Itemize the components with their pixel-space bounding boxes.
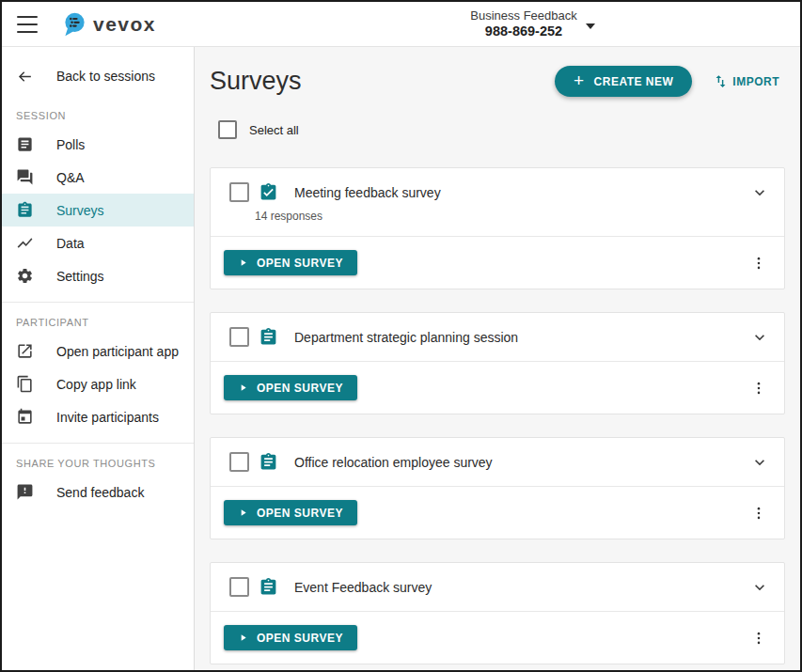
- top-header: vevox Business Feedback 988-869-252: [2, 2, 800, 47]
- open-survey-button[interactable]: OPEN SURVEY: [224, 250, 357, 275]
- copy-icon: [16, 375, 34, 393]
- section-label-participant: PARTICIPANT: [16, 317, 180, 328]
- session-dropdown-caret-icon[interactable]: [586, 23, 595, 29]
- survey-card: Meeting feedback survey 14 responses OPE…: [210, 167, 785, 289]
- sidebar-item-settings[interactable]: Settings: [2, 259, 194, 292]
- sidebar-item-label: Copy app link: [56, 377, 136, 392]
- open-survey-button[interactable]: OPEN SURVEY: [224, 625, 357, 650]
- kebab-menu-icon[interactable]: [747, 380, 771, 397]
- sidebar: Back to sessions SESSION Polls Q&A Surv: [2, 47, 195, 670]
- page-title: Surveys: [210, 67, 302, 96]
- app-body: Back to sessions SESSION Polls Q&A Surv: [2, 47, 800, 670]
- survey-checkbox[interactable]: [229, 182, 249, 202]
- survey-card-header: Event Feedback survey: [211, 563, 784, 611]
- kebab-menu-icon[interactable]: [747, 630, 771, 647]
- sidebar-item-label: Surveys: [56, 203, 104, 218]
- session-name: Business Feedback: [470, 8, 576, 23]
- sidebar-item-qa[interactable]: Q&A: [2, 161, 194, 194]
- sidebar-item-label: Q&A: [56, 170, 85, 185]
- survey-card: Department strategic planning session OP…: [210, 312, 785, 414]
- open-survey-button[interactable]: OPEN SURVEY: [224, 375, 357, 400]
- sidebar-divider: [2, 443, 194, 444]
- survey-title: Meeting feedback survey: [294, 185, 441, 200]
- open-survey-label: OPEN SURVEY: [257, 257, 343, 270]
- select-all-checkbox[interactable]: [218, 120, 237, 139]
- sidebar-item-label: Settings: [56, 269, 104, 284]
- back-to-sessions[interactable]: Back to sessions: [2, 56, 194, 96]
- play-icon: [238, 383, 248, 393]
- sidebar-item-send-feedback[interactable]: Send feedback: [2, 476, 194, 508]
- sidebar-item-invite-participants[interactable]: Invite participants: [2, 400, 194, 433]
- session-selector[interactable]: Business Feedback 988-869-252: [470, 8, 576, 39]
- import-arrows-icon: [713, 73, 729, 89]
- section-label-share: SHARE YOUR THOUGHTS: [16, 458, 180, 469]
- chevron-down-icon[interactable]: [750, 453, 769, 472]
- survey-clipboard-icon: [259, 327, 278, 347]
- survey-title: Office relocation employee survey: [294, 455, 493, 470]
- open-survey-label: OPEN SURVEY: [257, 507, 343, 520]
- survey-checkbox[interactable]: [229, 327, 249, 347]
- survey-card-footer: OPEN SURVEY: [211, 486, 784, 539]
- sidebar-item-data[interactable]: Data: [2, 227, 194, 259]
- sidebar-divider: [2, 302, 194, 303]
- sidebar-item-label: Polls: [56, 137, 85, 152]
- survey-clipboard-icon: [259, 577, 278, 597]
- import-button[interactable]: IMPORT: [707, 72, 785, 90]
- survey-checkbox[interactable]: [229, 452, 249, 472]
- sidebar-item-label: Send feedback: [56, 485, 144, 500]
- sidebar-item-open-participant-app[interactable]: Open participant app: [2, 335, 194, 367]
- survey-title: Event Feedback survey: [294, 580, 432, 595]
- data-chart-icon: [16, 234, 34, 252]
- kebab-menu-icon[interactable]: [747, 255, 771, 272]
- play-icon: [238, 508, 248, 518]
- survey-clipboard-icon: [259, 452, 278, 472]
- open-survey-label: OPEN SURVEY: [257, 632, 343, 645]
- calendar-invite-icon: [16, 408, 34, 426]
- sidebar-item-label: Open participant app: [56, 344, 179, 359]
- plus-icon: +: [574, 71, 585, 89]
- survey-responses-count: 14 responses: [255, 210, 769, 223]
- kebab-menu-icon[interactable]: [747, 505, 771, 522]
- logo-wordmark: vevox: [93, 13, 156, 36]
- sidebar-item-surveys[interactable]: Surveys: [2, 194, 194, 227]
- survey-check-icon: [259, 182, 278, 202]
- open-survey-button[interactable]: OPEN SURVEY: [224, 500, 357, 525]
- chevron-down-icon[interactable]: [750, 183, 769, 202]
- vevox-logo: vevox: [62, 11, 156, 37]
- survey-card-header: Department strategic planning session: [211, 313, 784, 361]
- sidebar-item-copy-app-link[interactable]: Copy app link: [2, 367, 194, 400]
- survey-list: Meeting feedback survey 14 responses OPE…: [210, 167, 785, 664]
- select-all-label: Select all: [249, 123, 299, 137]
- section-label-session: SESSION: [16, 110, 180, 121]
- open-external-icon: [16, 342, 34, 360]
- survey-card-header: Office relocation employee survey: [211, 438, 784, 486]
- feedback-icon: [16, 483, 34, 501]
- create-new-button[interactable]: + CREATE NEW: [555, 66, 692, 97]
- open-survey-label: OPEN SURVEY: [257, 382, 343, 395]
- play-icon: [238, 258, 248, 268]
- survey-card-footer: OPEN SURVEY: [211, 361, 784, 414]
- surveys-icon: [16, 201, 34, 219]
- gear-icon: [16, 267, 34, 285]
- hamburger-menu-icon[interactable]: [17, 16, 38, 33]
- survey-checkbox[interactable]: [229, 577, 249, 597]
- chevron-down-icon[interactable]: [750, 578, 769, 597]
- vevox-logo-icon: [62, 11, 87, 37]
- main-content: Surveys + CREATE NEW IMPORT Select all: [195, 47, 800, 670]
- sidebar-item-label: Invite participants: [56, 410, 159, 425]
- back-arrow-icon: [16, 68, 34, 86]
- back-to-sessions-label: Back to sessions: [56, 69, 155, 84]
- play-icon: [238, 633, 248, 643]
- app-window: vevox Business Feedback 988-869-252 Back…: [0, 0, 802, 672]
- chevron-down-icon[interactable]: [750, 328, 769, 347]
- sidebar-item-label: Data: [56, 236, 85, 251]
- survey-card: Event Feedback survey OPEN SURVEY: [210, 562, 785, 664]
- import-label: IMPORT: [732, 75, 779, 88]
- main-header: Surveys + CREATE NEW IMPORT: [210, 66, 785, 97]
- select-all-row: Select all: [218, 120, 785, 139]
- header-actions: + CREATE NEW IMPORT: [555, 66, 785, 97]
- survey-card-header: Meeting feedback survey 14 responses: [211, 168, 784, 236]
- create-new-label: CREATE NEW: [594, 75, 674, 88]
- sidebar-item-polls[interactable]: Polls: [2, 128, 194, 161]
- survey-title: Department strategic planning session: [294, 330, 518, 345]
